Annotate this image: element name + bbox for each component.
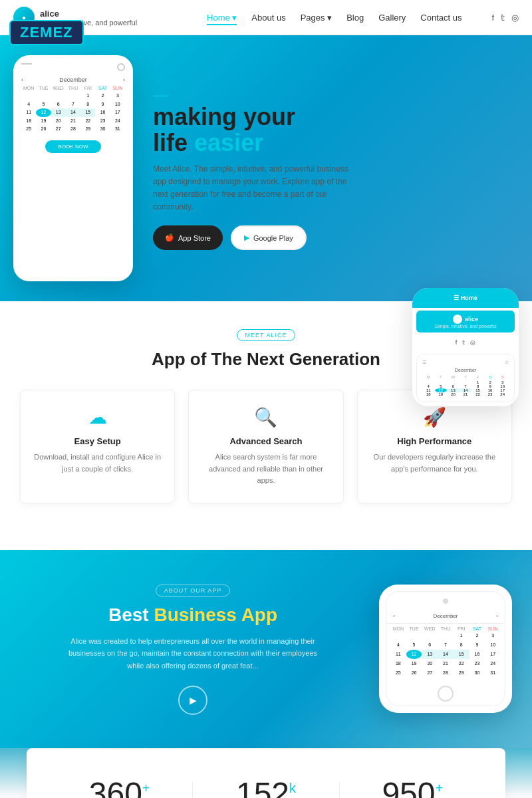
social-links: f 𝕥 ◎ xyxy=(491,13,519,23)
business-section: ABOUT OUR APP Best Business App Alice wa… xyxy=(0,550,532,748)
feature-title-setup: Easy Setup xyxy=(31,436,164,446)
stat-downloads-number: 152 xyxy=(236,775,289,798)
stat-tasks-suffix: + xyxy=(142,781,150,796)
googleplay-button[interactable]: ▶ Google Play xyxy=(231,225,307,250)
feature-card-search: 🔍 Advanced Search Alice search system is… xyxy=(188,390,343,503)
feature-desc-search: Alice search system is far more advanced… xyxy=(200,452,332,487)
feature-card-setup: ☁ Easy Setup Download, install and confi… xyxy=(20,390,175,503)
bp-month-label: December xyxy=(434,613,458,619)
nav-menu: Home ▾ About us Pages ▾ Blog Gallery Con… xyxy=(207,11,462,23)
hero-dash: — xyxy=(153,86,512,104)
cal-month-label: December xyxy=(59,76,87,83)
fph-hamburger-icon: ☰ xyxy=(454,295,459,301)
search-icon: 🔍 xyxy=(200,406,332,428)
business-phone-mockup: ‹ December › MONTUEWEDTHUFRISATSUN 123 4… xyxy=(379,585,512,713)
feature-title-search: Advanced Search xyxy=(200,436,332,446)
nav-pages[interactable]: Pages ▾ xyxy=(301,13,332,23)
phone-home-button xyxy=(438,686,454,702)
feature-desc-setup: Download, install and configure Alice in… xyxy=(31,452,164,475)
play-button[interactable]: ▶ xyxy=(178,686,207,715)
twitter-icon[interactable]: 𝕥 xyxy=(501,13,505,23)
play-icon: ▶ xyxy=(244,233,249,242)
cal-prev-icon[interactable]: ‹ xyxy=(21,76,23,83)
cal-next-icon[interactable]: › xyxy=(123,76,125,83)
instagram-icon[interactable]: ◎ xyxy=(511,13,519,23)
nav-gallery[interactable]: Gallery xyxy=(378,13,406,23)
book-now-button[interactable]: BOOK NOW xyxy=(45,140,102,153)
rocket-icon: 🚀 xyxy=(368,406,501,428)
stat-downloads-suffix: k xyxy=(289,781,296,796)
fph-instagram-icon: ◎ xyxy=(470,339,475,346)
search-icon xyxy=(117,63,125,71)
feature-title-perf: High Performance xyxy=(368,436,501,446)
apple-icon: 🍎 xyxy=(165,233,174,242)
stat-tasks-number: 360 xyxy=(89,775,142,798)
fph-social: f 𝕥 ◎ xyxy=(412,335,519,350)
navbar: ● alice Simple, intuitive, and powerful … xyxy=(0,0,532,35)
nav-blog[interactable]: Blog xyxy=(346,13,364,23)
mini-phone: ☰ ⊙ December MTWTFSS 123 45678910 111213… xyxy=(416,354,515,402)
hero-description: Meet Alice. The simple, intuitive, and p… xyxy=(153,163,352,214)
fph-twitter-icon: 𝕥 xyxy=(462,339,465,346)
stat-downloads: 152k Global Downloads xyxy=(193,775,338,798)
stats-section: 360+ Tasks ManagedEvery Day 152k Global … xyxy=(27,748,505,798)
fph-facebook-icon: f xyxy=(456,339,458,346)
stat-reviews: 950+ Positive Reviews xyxy=(340,775,485,798)
bp-next-icon[interactable]: › xyxy=(496,613,498,619)
stat-reviews-suffix: + xyxy=(436,781,444,796)
feature-desc-perf: Our developers regularly increase the ap… xyxy=(368,452,501,475)
hamburger-icon xyxy=(21,63,32,65)
nav-about[interactable]: About us xyxy=(251,13,285,23)
zemez-badge: ZEMEZ xyxy=(9,20,84,45)
stat-tasks: 360+ Tasks ManagedEvery Day xyxy=(47,775,192,798)
hero-phone-mockup: ‹ December › MONTUEWEDTHUFRISATSUN 123 4… xyxy=(13,55,133,281)
appstore-button[interactable]: 🍎 App Store xyxy=(153,225,223,250)
business-content: ABOUT OUR APP Best Business App Alice wa… xyxy=(20,583,366,715)
hero-headline: making your life easier xyxy=(153,104,512,156)
stats-wrapper: 360+ Tasks ManagedEvery Day 152k Global … xyxy=(0,748,532,798)
mini-search-icon: ⊙ xyxy=(505,360,509,365)
features-badge: MEET ALICE xyxy=(237,329,296,341)
feature-card-perf: 🚀 High Performance Our developers regula… xyxy=(357,390,512,503)
stat-reviews-number: 950 xyxy=(382,775,435,798)
hero-content: — making your life easier Meet Alice. Th… xyxy=(146,66,532,271)
bp-prev-icon[interactable]: ‹ xyxy=(393,613,395,619)
hero-buttons: 🍎 App Store ▶ Google Play xyxy=(153,225,512,250)
phone-notch xyxy=(443,598,448,604)
business-heading: Best Business App xyxy=(20,604,366,626)
facebook-icon[interactable]: f xyxy=(491,13,494,23)
cloud-icon: ☁ xyxy=(31,406,164,428)
features-cards: ☁ Easy Setup Download, install and confi… xyxy=(20,390,512,503)
business-badge: ABOUT OUR APP xyxy=(156,585,230,597)
mini-month: December xyxy=(421,366,510,374)
mini-ham-icon: ☰ xyxy=(422,360,426,365)
hero-section: ‹ December › MONTUEWEDTHUFRISATSUN 123 4… xyxy=(0,35,532,301)
calendar-grid: MONTUEWEDTHUFRISATSUN 123 45678910 11121… xyxy=(21,86,125,134)
features-section: ☰ Home alice Simple, intuitive, and powe… xyxy=(0,301,532,550)
logo-name: alice xyxy=(40,9,137,19)
nav-contact[interactable]: Contact us xyxy=(420,13,462,23)
features-phone-mockup: ☰ Home alice Simple, intuitive, and powe… xyxy=(412,288,519,406)
business-description: Alice was created to help entrepreneurs … xyxy=(60,635,326,672)
nav-home[interactable]: Home ▾ xyxy=(207,13,237,25)
